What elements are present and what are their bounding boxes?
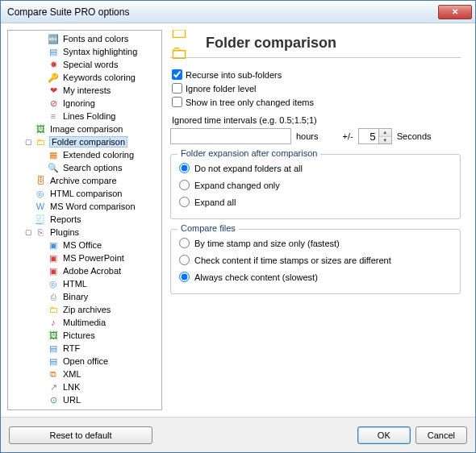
tree-item[interactable]: ⧉XML bbox=[8, 368, 161, 380]
seconds-input[interactable] bbox=[358, 128, 379, 144]
window-title: Compare Suite PRO options bbox=[7, 6, 438, 18]
ignore-level-checkbox-row[interactable]: Ignore folder level bbox=[170, 83, 461, 94]
tree-item[interactable]: ◎HTML bbox=[8, 277, 161, 290]
tree-item-icon: 🖼 bbox=[47, 329, 60, 342]
tree-item[interactable]: ▤Open office bbox=[8, 355, 161, 368]
tree-toggle-icon[interactable]: ▢ bbox=[24, 138, 33, 147]
show-changed-checkbox[interactable] bbox=[172, 97, 182, 107]
tree-item[interactable]: ◎HTML comparison bbox=[8, 187, 161, 200]
tree-item-label: MS Office bbox=[61, 240, 103, 250]
compare-timestamp-radio[interactable] bbox=[179, 238, 190, 248]
tree-item[interactable]: ▢⎘Plugins bbox=[8, 226, 161, 239]
tree-item[interactable]: ≡Lines Folding bbox=[8, 110, 161, 123]
recurse-checkbox-row[interactable]: Recurse into sub-folders bbox=[170, 69, 461, 80]
spinner-up-icon[interactable]: ▲ bbox=[379, 129, 391, 137]
tree-toggle-icon[interactable]: ▢ bbox=[24, 228, 33, 237]
tree-item[interactable]: ▥CSV bbox=[8, 406, 161, 410]
ok-button[interactable]: OK bbox=[357, 426, 411, 444]
tree-item-icon: 🗀 bbox=[34, 135, 47, 148]
tree-item[interactable]: ♪Multimedia bbox=[8, 316, 161, 329]
tree-item-icon: 🖼 bbox=[34, 123, 47, 135]
tree-item[interactable]: ✸Special words bbox=[8, 58, 161, 71]
tree-item[interactable]: 🔍Search options bbox=[8, 161, 161, 174]
tree-item[interactable]: ▣Adobe Acrobat bbox=[8, 264, 161, 277]
tree-item[interactable]: 🖼Pictures bbox=[8, 329, 161, 342]
recurse-checkbox[interactable] bbox=[172, 69, 182, 80]
tree-panel[interactable]: 🔤Fonts and colors▤Syntax highlighting✸Sp… bbox=[7, 30, 162, 410]
seconds-spinner[interactable]: ▲ ▼ bbox=[358, 128, 392, 144]
tree-item[interactable]: ▢🗀Folder comparison bbox=[8, 135, 161, 148]
tree-item[interactable]: ▤RTF bbox=[8, 342, 161, 355]
tree-item[interactable]: 🔑Keywords coloring bbox=[8, 71, 161, 84]
expand-changed-row[interactable]: Expand changed only bbox=[179, 180, 452, 190]
spinner-buttons[interactable]: ▲ ▼ bbox=[379, 128, 392, 144]
tree-toggle-icon bbox=[37, 73, 46, 82]
tree-item[interactable]: ▣MS Office bbox=[8, 239, 161, 251]
expand-all-row[interactable]: Expand all bbox=[179, 197, 452, 207]
compare-always-row[interactable]: Always check content (slowest) bbox=[179, 272, 452, 282]
tree-item-icon: ⎙ bbox=[47, 290, 60, 303]
tree-item-icon: ▤ bbox=[47, 342, 60, 355]
tree-item-icon: ▣ bbox=[47, 239, 60, 251]
tree-item[interactable]: ❤My interests bbox=[8, 84, 161, 97]
compare-ifdiff-radio[interactable] bbox=[179, 255, 190, 265]
footer: Reset to default OK Cancel bbox=[1, 417, 475, 452]
tree-item-icon: ❤ bbox=[47, 84, 60, 97]
tree-item[interactable]: ⊙URL bbox=[8, 393, 161, 406]
tree-item-icon: ◎ bbox=[34, 187, 47, 200]
expand-all-radio[interactable] bbox=[179, 197, 190, 207]
tree-item-icon: 🔍 bbox=[47, 161, 60, 174]
show-changed-checkbox-row[interactable]: Show in tree only changed items bbox=[170, 97, 461, 107]
interval-input[interactable] bbox=[170, 128, 291, 144]
expand-none-label: Do not expand folders at all bbox=[194, 164, 303, 173]
close-button[interactable]: ✕ bbox=[438, 5, 472, 19]
tree-item-label: Syntax highlighting bbox=[61, 47, 139, 56]
tree-toggle-icon bbox=[24, 177, 33, 185]
tree-item[interactable]: ▦Extended coloring bbox=[8, 148, 161, 161]
tree-item-icon: ≡ bbox=[47, 110, 60, 123]
tree-item[interactable]: 🗀Zip archives bbox=[8, 303, 161, 316]
tree-item-label: Archive compare bbox=[48, 176, 119, 185]
tree-item-label: XML bbox=[61, 369, 83, 379]
expand-changed-radio[interactable] bbox=[179, 180, 190, 190]
tree-item[interactable]: ⎙Binary bbox=[8, 290, 161, 303]
expand-none-radio[interactable] bbox=[179, 163, 190, 173]
compare-ifdiff-row[interactable]: Check content if time stamps or sizes ar… bbox=[179, 255, 452, 265]
compare-timestamp-label: By time stamp and size only (fastest) bbox=[194, 239, 340, 248]
expand-all-label: Expand all bbox=[194, 197, 236, 207]
tree-item-label: RTF bbox=[61, 343, 81, 353]
tree-toggle-icon bbox=[37, 86, 46, 95]
tree-toggle-icon bbox=[37, 99, 46, 108]
tree-item-label: Special words bbox=[61, 60, 119, 69]
seconds-label: Seconds bbox=[397, 131, 432, 141]
tree-toggle-icon bbox=[37, 409, 46, 411]
hours-label: hours bbox=[296, 131, 319, 141]
tree-item-label: HTML bbox=[61, 279, 89, 289]
tree-item[interactable]: 🧾Reports bbox=[8, 213, 161, 226]
tree-item[interactable]: 🖼Image comparison bbox=[8, 123, 161, 135]
spinner-down-icon[interactable]: ▼ bbox=[379, 137, 391, 144]
reset-button[interactable]: Reset to default bbox=[9, 426, 152, 444]
tree-toggle-icon bbox=[37, 241, 46, 250]
tree-item-label: Binary bbox=[61, 292, 90, 301]
ignore-level-label: Ignore folder level bbox=[186, 84, 256, 94]
cancel-button[interactable]: Cancel bbox=[415, 426, 467, 444]
tree-toggle-icon bbox=[37, 383, 46, 392]
tree-item-icon: ▤ bbox=[47, 45, 60, 58]
tree-item[interactable]: ▤Syntax highlighting bbox=[8, 45, 161, 58]
tree-item[interactable]: WMS Word comparison bbox=[8, 200, 161, 213]
compare-always-radio[interactable] bbox=[179, 272, 190, 282]
compare-timestamp-row[interactable]: By time stamp and size only (fastest) bbox=[179, 238, 452, 248]
tree-item-label: Image comparison bbox=[48, 124, 125, 134]
tree-item-label: Ignoring bbox=[61, 98, 97, 108]
panel-header: 🗀🗀 Folder comparison bbox=[170, 33, 461, 52]
tree-item[interactable]: ⊘Ignoring bbox=[8, 97, 161, 110]
tree-item[interactable]: ▣MS PowerPoint bbox=[8, 251, 161, 264]
ignore-level-checkbox[interactable] bbox=[172, 83, 182, 94]
plusminus-label: +/- bbox=[343, 131, 353, 141]
tree-item[interactable]: ↗LNK bbox=[8, 380, 161, 393]
expand-none-row[interactable]: Do not expand folders at all bbox=[179, 163, 452, 173]
tree-item[interactable]: 🔤Fonts and colors bbox=[8, 32, 161, 45]
tree-toggle-icon bbox=[37, 331, 46, 340]
tree-item[interactable]: 🗄Archive compare bbox=[8, 174, 161, 187]
